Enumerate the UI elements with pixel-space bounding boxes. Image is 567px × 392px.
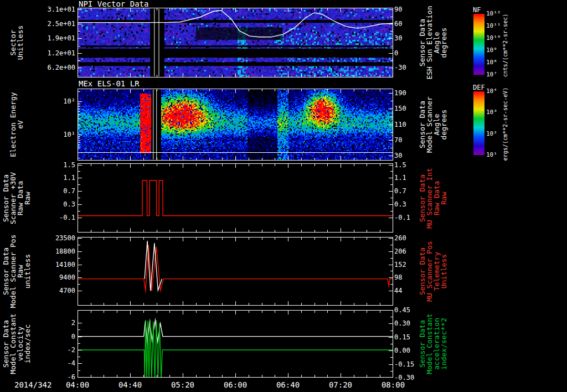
y-tick-label: 152 bbox=[394, 261, 420, 268]
axis-label-line: eV bbox=[17, 92, 24, 157]
panel4-left-axis-label: Sensor Data Model Scanner Pos Raw unitle… bbox=[1, 237, 32, 306]
panel5-model-constant-plot bbox=[78, 310, 393, 378]
colorbar2-unit-label: ergs/(cm**2-sr-sec-eV) bbox=[498, 90, 513, 158]
axis-label-line: Raw bbox=[24, 172, 31, 224]
x-tick-label: 08:00 bbox=[375, 380, 411, 389]
y-tick-label: 260 bbox=[394, 235, 420, 241]
y-tick-label: 0.3 bbox=[394, 201, 420, 208]
y-tick-label: -6 bbox=[32, 374, 75, 380]
x-tick-label: 07:20 bbox=[323, 380, 358, 389]
axis-label-line: degrees bbox=[440, 96, 447, 153]
colorbar2-gradient bbox=[473, 91, 484, 155]
plot-screen: NPI Vector Data MEx ELS-01 LR Sector Uni… bbox=[0, 0, 567, 392]
y-tick-label: 0.7 bbox=[32, 188, 75, 194]
y-tick-label: 30 bbox=[394, 152, 420, 159]
colorbar2-title: DEF bbox=[473, 84, 485, 91]
y-tick-label: 10¹ bbox=[32, 131, 75, 138]
y-tick-label: 150 bbox=[394, 105, 420, 112]
axis-label-line: index/sec bbox=[24, 313, 31, 374]
y-tick-label: 1.1 bbox=[394, 174, 420, 181]
x-tick-label: 04:00 bbox=[60, 380, 95, 389]
y-tick-label: 1.1 bbox=[32, 174, 75, 181]
y-tick-label: 0.3 bbox=[32, 201, 75, 208]
colorbar1-title: NF bbox=[473, 6, 481, 14]
panel3-left-ticks: 1.51.10.70.3-0.1 bbox=[32, 163, 75, 233]
y-tick-label: 0 bbox=[394, 50, 420, 56]
y-tick-label: 1.2e+01 bbox=[32, 50, 75, 56]
panel5-left-axis-label: Sensor Data Model Constant velocity inde… bbox=[1, 310, 32, 378]
y-tick-label: 190 bbox=[394, 90, 420, 96]
y-tick-label: 0.45 bbox=[394, 307, 420, 313]
panel3-left-axis-label: Sensor Data Scanner +30V Raw Data Raw bbox=[1, 163, 32, 233]
panel2-right-ticks: 1901501107030 bbox=[394, 89, 420, 161]
x-tick-label: 04:40 bbox=[112, 380, 148, 389]
panel1-left-ticks: 3.1e+012.5e+011.9e+011.2e+016.2e+00 bbox=[32, 8, 75, 78]
axis-label-line: unitless bbox=[24, 234, 31, 308]
panel5-right-ticks: 0.450.300.150.00-0.15-0.30 bbox=[394, 310, 420, 378]
y-tick-label: 0.00 bbox=[394, 347, 420, 354]
panel5-left-ticks: 20-2-4-6 bbox=[32, 310, 75, 378]
panel2-els-spectrogram bbox=[78, 89, 393, 161]
y-tick-label: 14100 bbox=[32, 261, 75, 268]
y-tick-label: -4 bbox=[32, 360, 75, 367]
x-tick-label: 05:20 bbox=[165, 380, 200, 389]
y-tick-label: -0.1 bbox=[394, 214, 420, 221]
colorbar1-unit-text: cnts/(cm**2-sr-sec) bbox=[503, 14, 508, 77]
panel3-right-ticks: 1.51.10.70.3-0.1 bbox=[394, 163, 420, 233]
y-tick-label: 23500 bbox=[32, 235, 75, 241]
y-tick-label: -0.15 bbox=[394, 361, 420, 368]
y-tick-label: 1.5 bbox=[394, 162, 420, 168]
y-tick-label: 6.2e+00 bbox=[32, 64, 75, 71]
y-tick-label: 60 bbox=[394, 20, 420, 27]
y-tick-label: 0.30 bbox=[394, 320, 420, 327]
y-tick-label: 206 bbox=[394, 248, 420, 255]
colorbar1-unit-label: cnts/(cm**2-sr-sec) bbox=[498, 11, 513, 80]
colorbar2-unit-text: ergs/(cm**2-sr-sec-eV) bbox=[503, 87, 508, 161]
axis-label-line: index/sec**2 bbox=[440, 313, 447, 374]
date-label: 2014/342 bbox=[14, 380, 51, 389]
y-tick-label: 90 bbox=[394, 6, 420, 13]
y-tick-label: 98 bbox=[394, 274, 420, 281]
panel4-right-ticks: 2602061529844 bbox=[394, 237, 420, 306]
axis-label-line: Sector bbox=[9, 25, 17, 60]
panel1-left-axis-label: Sector Unitless bbox=[1, 8, 32, 78]
panel3-scanner-30v-plot bbox=[78, 163, 393, 233]
panel2-left-ticks: 10²10¹ bbox=[32, 89, 75, 161]
x-tick-label: 06:40 bbox=[270, 380, 306, 389]
y-tick-label: -0.1 bbox=[32, 214, 75, 221]
y-tick-label: 2.5e+01 bbox=[32, 20, 75, 27]
y-tick-label: 3.1e+01 bbox=[32, 6, 75, 13]
y-tick-label: 0 bbox=[32, 333, 75, 340]
y-tick-label: 110 bbox=[394, 121, 420, 128]
axis-label-line: Unitless bbox=[17, 25, 24, 60]
y-tick-label: 9400 bbox=[32, 274, 75, 281]
panel1-npi-spectrogram bbox=[78, 8, 393, 78]
axis-label-line: Unitless bbox=[440, 241, 447, 302]
x-axis-labels: 04:0004:4005:2006:0006:4007:2008:00 bbox=[0, 380, 567, 390]
panel1-right-ticks: 9060300-30 bbox=[394, 8, 420, 78]
colorbar1-gradient bbox=[473, 14, 484, 75]
y-tick-label: 18800 bbox=[32, 248, 75, 255]
x-tick-label: 06:00 bbox=[218, 380, 253, 389]
y-tick-label: 10² bbox=[32, 98, 75, 105]
axis-label-line: degrees bbox=[440, 6, 447, 79]
panel2-title: MEx ELS-01 LR bbox=[79, 80, 140, 87]
y-tick-label: 0.7 bbox=[394, 188, 420, 194]
y-tick-label: 30 bbox=[394, 35, 420, 42]
y-tick-label: 4700 bbox=[32, 287, 75, 294]
panel4-left-ticks: 23500188001410094004700 bbox=[32, 237, 75, 306]
y-tick-label: 1.5 bbox=[32, 162, 75, 168]
y-tick-label: 0.15 bbox=[394, 334, 420, 341]
y-tick-label: -2 bbox=[32, 347, 75, 353]
panel1-title: NPI Vector Data bbox=[79, 0, 148, 8]
y-tick-label: 70 bbox=[394, 137, 420, 143]
y-tick-label: 44 bbox=[394, 287, 420, 294]
y-tick-label: -30 bbox=[394, 64, 420, 71]
panel4-scanner-pos-plot bbox=[78, 237, 393, 306]
y-tick-label: 2 bbox=[32, 319, 75, 326]
panel2-left-axis-label: Electron Energy eV bbox=[1, 89, 32, 161]
y-tick-label: 1.9e+01 bbox=[32, 35, 75, 42]
axis-label-line: Raw bbox=[440, 168, 447, 229]
